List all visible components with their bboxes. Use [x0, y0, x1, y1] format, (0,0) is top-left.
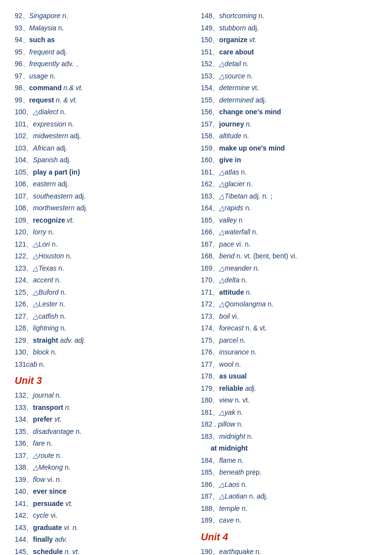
- entry-pos: n.: [55, 276, 61, 284]
- entry-pos: n.: [268, 300, 273, 308]
- list-item: 183、midnight n.: [201, 430, 377, 443]
- list-item: 176、insurance n.: [201, 346, 377, 358]
- entry-number: 156、: [201, 108, 219, 116]
- entry-word: determine: [219, 84, 251, 92]
- list-item: 98、command n.& vt.: [15, 82, 191, 94]
- entry-word: usage: [29, 72, 50, 80]
- entry-number: 177、: [201, 360, 219, 368]
- entry-number: 180、: [201, 396, 219, 404]
- entry-word: Spanish: [33, 156, 59, 164]
- entry-number: 131: [15, 360, 26, 368]
- entry-word: request: [29, 96, 56, 104]
- entry-pos: vt.: [54, 415, 62, 423]
- entry-number: 162、: [201, 180, 219, 188]
- entry-pos: n.: [58, 264, 64, 272]
- list-item: 138、△Mekong n.: [15, 461, 191, 474]
- entry-number: 134、: [15, 415, 33, 423]
- entry-word: shortcoming: [219, 12, 258, 20]
- entry-number: 133、: [15, 404, 33, 411]
- entry-pos: n.: [58, 24, 64, 32]
- entry-pos: n.: [240, 336, 245, 344]
- entry-number: 161、: [201, 168, 219, 176]
- entry-word: expression: [33, 120, 68, 128]
- entry-number: 150、: [201, 36, 219, 44]
- entry-number: 170、: [201, 276, 219, 284]
- entry-number: 138、: [15, 463, 33, 471]
- entry-pos: n. & vt.: [56, 96, 77, 104]
- entry-word: parcel: [219, 336, 240, 344]
- entry-pos: n.: [237, 420, 243, 428]
- entry-text: change one's mind: [219, 108, 281, 116]
- entry-word: command: [29, 84, 64, 92]
- entry-number: 144、: [15, 535, 33, 543]
- entry-pos: n.: [55, 391, 61, 399]
- entry-number: 93、: [15, 24, 29, 32]
- entry-pos: vt.: [66, 500, 73, 507]
- entry-word: insurance: [219, 348, 251, 356]
- list-item: 158、altitude n.: [201, 130, 377, 142]
- entry-number: 97、: [15, 72, 29, 80]
- list-item: 171、attitude n.: [201, 286, 377, 299]
- entry-number: 142、: [15, 511, 33, 519]
- entry-word: wool: [219, 360, 235, 368]
- list-item: 153、△source n.: [201, 70, 377, 82]
- entry-pos: n.: [242, 276, 247, 284]
- entry-pos: n.: [61, 288, 67, 296]
- entry-pos: n.: [237, 408, 243, 416]
- list-item: 180、view n. vt.: [201, 394, 377, 406]
- entry-number: 182 .: [201, 420, 218, 428]
- entry-pos: vi.: [232, 312, 239, 320]
- entry-pos: adv. adj.: [60, 336, 86, 344]
- entry-number: 163、: [201, 192, 219, 200]
- list-item: 174、forecast n. & vt.: [201, 322, 377, 334]
- entry-text: such as: [29, 36, 55, 44]
- entry-number: 164、: [201, 204, 219, 212]
- entry-word: △atlas: [219, 168, 241, 176]
- entry-word: temple: [219, 505, 242, 512]
- list-item: 109、recognize vt.: [15, 214, 191, 227]
- list-item: 178、as usual: [201, 370, 377, 382]
- entry-pos: n.: [246, 120, 252, 128]
- entry-word: lorry: [33, 228, 48, 236]
- entry-word: △glacier: [219, 180, 246, 188]
- list-item: 103、African adj.: [15, 142, 191, 154]
- entry-word: △Buford: [33, 288, 60, 296]
- entry-word: pace: [219, 240, 236, 248]
- list-item: 93、Malaysia n.: [15, 22, 191, 34]
- left-column: 92、Singapore n.93、Malaysia n.94、such as9…: [15, 10, 201, 555]
- entry-number: 120、: [15, 228, 33, 236]
- entry-word: △catfish: [33, 312, 60, 320]
- entry-pos: n.: [60, 324, 66, 332]
- list-item: 189、cave n.: [201, 514, 377, 527]
- list-item: 169、△meander n.: [201, 262, 377, 275]
- entry-word: persuade: [33, 500, 65, 507]
- entry-pos: n.: [51, 348, 57, 356]
- entry-number: 94、: [15, 36, 29, 44]
- entry-number: 165、: [201, 216, 219, 224]
- entry-text: play a part (in): [33, 168, 80, 176]
- entry-number: 129、: [15, 336, 33, 344]
- list-item: 161、△atlas n.: [201, 166, 377, 178]
- entry-number: 99、: [15, 96, 29, 104]
- entry-number: 179、: [201, 384, 219, 392]
- entry-number: 152、: [201, 60, 219, 68]
- entry-word: △Texas: [33, 264, 58, 272]
- entry-pos: n.: [254, 264, 260, 272]
- entry-pos: n.: [47, 439, 52, 447]
- list-item: 92、Singapore n.: [15, 10, 191, 22]
- list-item: 151、care about: [201, 46, 377, 58]
- entry-number: 149、: [201, 24, 219, 32]
- list-item: 168、bend n. vt. (bent, bent) vi.: [201, 250, 377, 262]
- entry-pos: n. vt.: [65, 548, 79, 555]
- entry-word: △Lester: [33, 300, 59, 308]
- entry-pos: n: [239, 216, 243, 224]
- list-item: 164、△rapids n.: [201, 202, 377, 214]
- list-item: 123、△Texas n.: [15, 262, 191, 275]
- entry-number: 145、: [15, 548, 33, 555]
- list-item: 129、straight adv. adj.: [15, 334, 191, 347]
- list-item: 154、determine vt.: [201, 82, 377, 94]
- entry-word: morthwestern: [33, 204, 76, 212]
- entry-number: 104、: [15, 156, 33, 164]
- entry-word: cab: [26, 360, 39, 368]
- list-item: 99、request n. & vt.: [15, 94, 191, 106]
